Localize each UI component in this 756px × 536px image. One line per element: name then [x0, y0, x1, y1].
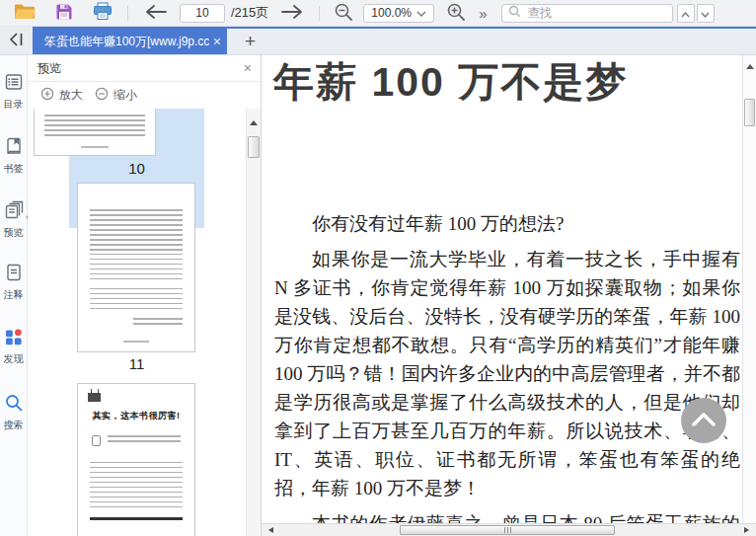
- scrollbar-thumb[interactable]: [248, 136, 260, 158]
- paragraph: 如果你是一流大学毕业，有着一技之长，手中握有 N 多证书，你肯定觉得年薪 100…: [274, 245, 740, 502]
- document-title: 年薪 100 万不是梦: [273, 55, 628, 110]
- thumbnail-page-12[interactable]: 其实，这本书很厉害!: [77, 383, 195, 536]
- sidebar-item-search[interactable]: 搜索: [0, 393, 27, 432]
- thumbnail-text-lines: [108, 435, 181, 444]
- thumbnail-list: 10 11 其实，这本书很厉害!: [28, 109, 246, 536]
- scrollbar-grip: [507, 527, 508, 533]
- bookmark-icon: [4, 136, 24, 160]
- close-tab-icon[interactable]: ×: [213, 35, 221, 48]
- annotation-icon: [4, 263, 24, 286]
- document-body: 你有没有过年薪 100 万的想法? 如果你是一流大学毕业，有着一技之长，手中握有…: [274, 209, 740, 536]
- more-tools-button[interactable]: »: [479, 5, 487, 22]
- zoom-in-icon: [446, 2, 466, 25]
- print-button[interactable]: [93, 2, 113, 24]
- sidebar-item-label: 发现: [4, 352, 24, 366]
- thumbnail-footer: [81, 146, 109, 148]
- sidebar-item-discover[interactable]: 发现: [0, 327, 27, 366]
- find-next-button[interactable]: [697, 4, 715, 23]
- toolbar-separator: [127, 6, 128, 21]
- document-tab[interactable]: 笨蛋也能年赚100万[www.j9p.cc ×: [33, 29, 227, 54]
- thumbnail-scrollbar[interactable]: [246, 109, 261, 536]
- next-page-button[interactable]: [280, 4, 304, 23]
- save-icon: [55, 3, 73, 24]
- chevron-up-icon: [681, 6, 690, 21]
- search-icon: [508, 4, 521, 22]
- sidebar-item-bookmarks[interactable]: 书签: [0, 136, 27, 176]
- document-horizontal-scrollbar[interactable]: [262, 523, 756, 536]
- thumbnail-footer: [123, 341, 149, 343]
- new-tab-button[interactable]: +: [241, 32, 260, 50]
- zoom-level-value: 100.0%: [371, 6, 412, 20]
- document-vertical-scrollbar[interactable]: [742, 55, 756, 523]
- tab-bar: 笨蛋也能年赚100万[www.j9p.cc × +: [0, 27, 756, 55]
- collapse-tabs-button[interactable]: [0, 27, 33, 54]
- thumbnail-page-number: 10: [69, 160, 204, 177]
- scroll-left-arrow[interactable]: [265, 527, 273, 533]
- close-panel-icon[interactable]: ×: [244, 61, 252, 75]
- sidebar-item-label: 预览: [4, 226, 24, 240]
- zoom-level-dropdown[interactable]: 100.0%: [363, 4, 434, 23]
- save-button[interactable]: [55, 3, 73, 24]
- thumbnail-page-number: 11: [69, 355, 204, 372]
- tab-title: 笨蛋也能年赚100万[www.j9p.cc: [44, 34, 209, 50]
- toolbar-separator: [319, 6, 320, 21]
- scrollbar-thumb[interactable]: [744, 99, 755, 126]
- thumbnail-zoom-out-button[interactable]: 缩小: [95, 87, 137, 105]
- preview-zoom-toolbar: 放大 缩小: [28, 82, 261, 109]
- chevron-down-icon: [416, 6, 426, 20]
- sidebar-item-label: 搜索: [4, 419, 24, 432]
- collapse-left-icon: [9, 33, 25, 49]
- toolbar: /215页 100.0% »: [0, 0, 756, 27]
- sidebar-item-label: 注释: [4, 288, 24, 302]
- zoom-out-icon: [334, 2, 353, 25]
- thumbnail-text-lines: [90, 462, 183, 509]
- thumbnail-bold-line: [90, 517, 183, 520]
- scroll-up-arrow[interactable]: [746, 60, 754, 69]
- chapter-icon: [88, 393, 101, 402]
- previous-page-button[interactable]: [144, 4, 168, 23]
- paragraph: 你有没有过年薪 100 万的想法?: [274, 209, 740, 238]
- thumbnail-text-lines: [90, 209, 183, 280]
- document-viewport: 年薪 100 万不是梦 你有没有过年薪 100 万的想法? 如果你是一流大学毕业…: [262, 55, 756, 536]
- chapter-heading: 其实，这本书很厉害!: [78, 410, 194, 422]
- zoom-out-button[interactable]: [334, 2, 353, 25]
- scrollbar-thumb[interactable]: [400, 525, 615, 535]
- sidebar-item-catalog[interactable]: 目录: [0, 72, 27, 112]
- minus-circle-icon: [95, 87, 113, 105]
- search-icon: [4, 393, 24, 417]
- scroll-up-arrow[interactable]: [250, 116, 258, 125]
- arrow-left-icon: [144, 4, 168, 23]
- sidebar-item-annotations[interactable]: 注释: [0, 263, 27, 302]
- preview-panel-title: 预览: [38, 60, 244, 77]
- scroll-to-top-button[interactable]: [681, 398, 726, 443]
- preview-panel: 预览 × 放大 缩小 10 11 其实，这本书很厉害!: [28, 55, 262, 536]
- thumbnail-page-10[interactable]: [34, 109, 156, 156]
- sidebar-item-preview[interactable]: 预览: [0, 200, 27, 240]
- chevron-up-icon: [691, 412, 717, 429]
- sidebar-item-label: 目录: [4, 98, 24, 112]
- zoom-in-label: 放大: [59, 87, 83, 104]
- arrow-right-icon: [280, 4, 304, 23]
- thumbnail-text-lines: [90, 288, 183, 310]
- printer-icon: [93, 2, 113, 24]
- scroll-right-arrow[interactable]: [744, 527, 752, 533]
- thumbnail-signature-lines: [133, 318, 183, 327]
- thumbnail-zoom-in-button[interactable]: 放大: [40, 87, 83, 105]
- thumbnail-text-lines: [44, 115, 145, 138]
- sidebar-item-label: 书签: [4, 162, 24, 176]
- chevron-down-icon: [701, 6, 710, 21]
- zoom-in-button[interactable]: [446, 2, 466, 25]
- find-previous-button[interactable]: [677, 4, 695, 23]
- preview-pages-icon: [4, 200, 24, 224]
- discover-icon: [4, 327, 24, 350]
- chapter-badge-icon: [92, 435, 101, 446]
- find-input[interactable]: [526, 5, 666, 21]
- find-box[interactable]: [501, 4, 673, 23]
- preview-panel-header: 预览 ×: [28, 55, 261, 82]
- folder-open-icon: [14, 3, 36, 23]
- open-file-button[interactable]: [14, 3, 36, 23]
- page-number-input[interactable]: [180, 4, 225, 23]
- page-total-label: /215页: [231, 4, 268, 22]
- thumbnail-page-11[interactable]: [77, 183, 195, 352]
- plus-circle-icon: [40, 87, 59, 105]
